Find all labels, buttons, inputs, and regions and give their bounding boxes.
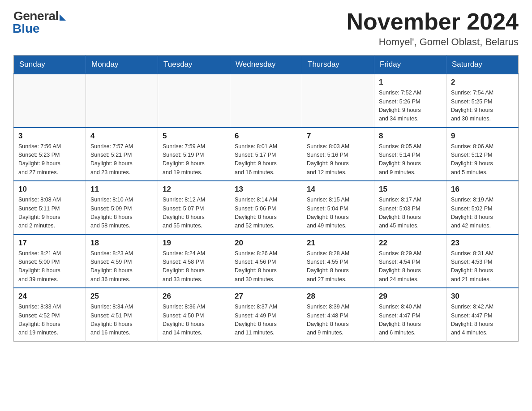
- day-info: Sunrise: 8:05 AMSunset: 5:14 PMDaylight:…: [379, 142, 442, 177]
- calendar-subtitle: Homyel', Gomel Oblast, Belarus: [347, 36, 519, 48]
- day-of-week-header: Thursday: [302, 56, 374, 74]
- day-info: Sunrise: 8:37 AMSunset: 4:49 PMDaylight:…: [235, 303, 297, 338]
- day-number: 19: [163, 239, 225, 248]
- day-number: 6: [235, 132, 297, 141]
- day-info: Sunrise: 8:42 AMSunset: 4:47 PMDaylight:…: [451, 303, 514, 338]
- day-info: Sunrise: 8:14 AMSunset: 5:06 PMDaylight:…: [235, 196, 297, 231]
- calendar-cell: [158, 74, 230, 128]
- calendar-cell: 17Sunrise: 8:21 AMSunset: 5:00 PMDayligh…: [14, 235, 86, 288]
- day-of-week-header: Friday: [374, 56, 446, 74]
- day-info: Sunrise: 8:03 AMSunset: 5:16 PMDaylight:…: [307, 142, 369, 177]
- day-number: 28: [307, 292, 369, 301]
- day-info: Sunrise: 8:26 AMSunset: 4:56 PMDaylight:…: [235, 249, 297, 284]
- day-of-week-header: Saturday: [446, 56, 519, 74]
- day-info: Sunrise: 8:23 AMSunset: 4:59 PMDaylight:…: [90, 249, 153, 284]
- calendar-cell: 27Sunrise: 8:37 AMSunset: 4:49 PMDayligh…: [230, 288, 302, 341]
- day-info: Sunrise: 8:15 AMSunset: 5:04 PMDaylight:…: [307, 196, 369, 231]
- day-number: 12: [163, 185, 225, 194]
- day-of-week-header: Tuesday: [158, 56, 230, 74]
- logo: General Blue: [13, 9, 66, 36]
- week-row: 10Sunrise: 8:08 AMSunset: 5:11 PMDayligh…: [14, 181, 519, 235]
- day-number: 18: [90, 239, 153, 248]
- title-area: November 2024 Homyel', Gomel Oblast, Bel…: [347, 9, 519, 48]
- calendar-cell: 8Sunrise: 8:05 AMSunset: 5:14 PMDaylight…: [374, 128, 446, 181]
- calendar-cell: [302, 74, 374, 128]
- day-info: Sunrise: 8:24 AMSunset: 4:58 PMDaylight:…: [163, 249, 225, 284]
- calendar-cell: 22Sunrise: 8:29 AMSunset: 4:54 PMDayligh…: [374, 235, 446, 288]
- day-number: 21: [307, 239, 369, 248]
- day-number: 10: [18, 185, 81, 194]
- calendar-cell: [86, 74, 158, 128]
- week-row: 1Sunrise: 7:52 AMSunset: 5:26 PMDaylight…: [14, 74, 519, 128]
- day-of-week-header: Monday: [86, 56, 158, 74]
- day-number: 24: [18, 292, 81, 301]
- day-number: 4: [90, 132, 153, 141]
- calendar-cell: [14, 74, 86, 128]
- day-info: Sunrise: 8:17 AMSunset: 5:03 PMDaylight:…: [379, 196, 442, 231]
- calendar-cell: 1Sunrise: 7:52 AMSunset: 5:26 PMDaylight…: [374, 74, 446, 128]
- day-number: 27: [235, 292, 297, 301]
- day-number: 29: [379, 292, 442, 301]
- day-info: Sunrise: 8:12 AMSunset: 5:07 PMDaylight:…: [163, 196, 225, 231]
- day-info: Sunrise: 8:19 AMSunset: 5:02 PMDaylight:…: [451, 196, 514, 231]
- day-info: Sunrise: 7:57 AMSunset: 5:21 PMDaylight:…: [90, 142, 153, 177]
- day-info: Sunrise: 7:56 AMSunset: 5:23 PMDaylight:…: [18, 142, 81, 177]
- day-info: Sunrise: 8:28 AMSunset: 4:55 PMDaylight:…: [307, 249, 369, 284]
- day-number: 23: [451, 239, 514, 248]
- calendar-cell: 6Sunrise: 8:01 AMSunset: 5:17 PMDaylight…: [230, 128, 302, 181]
- day-info: Sunrise: 8:31 AMSunset: 4:53 PMDaylight:…: [451, 249, 514, 284]
- day-number: 22: [379, 239, 442, 248]
- day-number: 7: [307, 132, 369, 141]
- day-number: 8: [379, 132, 442, 141]
- day-info: Sunrise: 7:59 AMSunset: 5:19 PMDaylight:…: [163, 142, 225, 177]
- calendar-cell: 7Sunrise: 8:03 AMSunset: 5:16 PMDaylight…: [302, 128, 374, 181]
- day-info: Sunrise: 8:29 AMSunset: 4:54 PMDaylight:…: [379, 249, 442, 284]
- day-number: 16: [451, 185, 514, 194]
- day-number: 15: [379, 185, 442, 194]
- day-info: Sunrise: 8:33 AMSunset: 4:52 PMDaylight:…: [18, 303, 81, 338]
- day-info: Sunrise: 7:52 AMSunset: 5:26 PMDaylight:…: [379, 89, 442, 124]
- header: General Blue November 2024 Homyel', Gome…: [13, 9, 519, 48]
- day-info: Sunrise: 8:21 AMSunset: 5:00 PMDaylight:…: [18, 249, 81, 284]
- day-number: 2: [451, 78, 514, 87]
- calendar-cell: 20Sunrise: 8:26 AMSunset: 4:56 PMDayligh…: [230, 235, 302, 288]
- day-number: 1: [379, 78, 442, 87]
- logo-triangle-icon: [60, 14, 66, 21]
- day-number: 14: [307, 185, 369, 194]
- calendar-cell: 14Sunrise: 8:15 AMSunset: 5:04 PMDayligh…: [302, 181, 374, 235]
- calendar-cell: 3Sunrise: 7:56 AMSunset: 5:23 PMDaylight…: [14, 128, 86, 181]
- logo-blue-text: Blue: [13, 21, 40, 36]
- day-of-week-header: Wednesday: [230, 56, 302, 74]
- day-info: Sunrise: 8:34 AMSunset: 4:51 PMDaylight:…: [90, 303, 153, 338]
- calendar-cell: 10Sunrise: 8:08 AMSunset: 5:11 PMDayligh…: [14, 181, 86, 235]
- calendar-cell: 24Sunrise: 8:33 AMSunset: 4:52 PMDayligh…: [14, 288, 86, 341]
- day-number: 25: [90, 292, 153, 301]
- calendar-cell: 19Sunrise: 8:24 AMSunset: 4:58 PMDayligh…: [158, 235, 230, 288]
- day-info: Sunrise: 8:10 AMSunset: 5:09 PMDaylight:…: [90, 196, 153, 231]
- day-info: Sunrise: 8:01 AMSunset: 5:17 PMDaylight:…: [235, 142, 297, 177]
- calendar-cell: 25Sunrise: 8:34 AMSunset: 4:51 PMDayligh…: [86, 288, 158, 341]
- day-info: Sunrise: 8:40 AMSunset: 4:47 PMDaylight:…: [379, 303, 442, 338]
- day-info: Sunrise: 8:39 AMSunset: 4:48 PMDaylight:…: [307, 303, 369, 338]
- calendar-cell: 29Sunrise: 8:40 AMSunset: 4:47 PMDayligh…: [374, 288, 446, 341]
- calendar-title: November 2024: [347, 9, 519, 34]
- days-of-week-row: SundayMondayTuesdayWednesdayThursdayFrid…: [14, 56, 519, 74]
- calendar-cell: 30Sunrise: 8:42 AMSunset: 4:47 PMDayligh…: [446, 288, 519, 341]
- day-number: 17: [18, 239, 81, 248]
- day-number: 11: [90, 185, 153, 194]
- calendar-cell: 12Sunrise: 8:12 AMSunset: 5:07 PMDayligh…: [158, 181, 230, 235]
- calendar-cell: 28Sunrise: 8:39 AMSunset: 4:48 PMDayligh…: [302, 288, 374, 341]
- day-number: 30: [451, 292, 514, 301]
- day-info: Sunrise: 8:08 AMSunset: 5:11 PMDaylight:…: [18, 196, 81, 231]
- calendar-table: SundayMondayTuesdayWednesdayThursdayFrid…: [13, 55, 519, 342]
- day-info: Sunrise: 8:06 AMSunset: 5:12 PMDaylight:…: [451, 142, 514, 177]
- calendar-cell: 21Sunrise: 8:28 AMSunset: 4:55 PMDayligh…: [302, 235, 374, 288]
- calendar-cell: 15Sunrise: 8:17 AMSunset: 5:03 PMDayligh…: [374, 181, 446, 235]
- calendar-cell: 13Sunrise: 8:14 AMSunset: 5:06 PMDayligh…: [230, 181, 302, 235]
- calendar-cell: 5Sunrise: 7:59 AMSunset: 5:19 PMDaylight…: [158, 128, 230, 181]
- calendar-cell: 2Sunrise: 7:54 AMSunset: 5:25 PMDaylight…: [446, 74, 519, 128]
- day-number: 20: [235, 239, 297, 248]
- day-info: Sunrise: 8:36 AMSunset: 4:50 PMDaylight:…: [163, 303, 225, 338]
- calendar-cell: 18Sunrise: 8:23 AMSunset: 4:59 PMDayligh…: [86, 235, 158, 288]
- week-row: 17Sunrise: 8:21 AMSunset: 5:00 PMDayligh…: [14, 235, 519, 288]
